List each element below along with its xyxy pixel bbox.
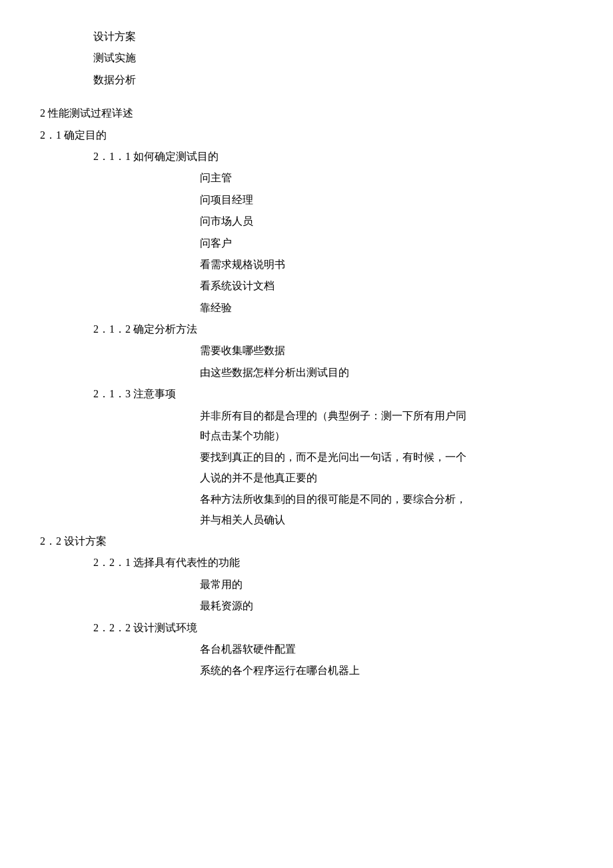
item-text: 最常用的: [200, 575, 573, 595]
document-content: 设计方案 测试实施 数据分析 2 性能测试过程详述 2．1 确定目的 2．1．1…: [40, 27, 573, 681]
item-text: 由这些数据怎样分析出测试目的: [200, 363, 573, 383]
list-item: 问市场人员: [40, 211, 573, 231]
list-item: 由这些数据怎样分析出测试目的: [40, 363, 573, 383]
section-2-2-2-items: 各台机器软硬件配置 系统的各个程序运行在哪台机器上: [40, 639, 573, 681]
item-text: 看需求规格说明书: [200, 255, 573, 275]
list-item: 靠经验: [40, 298, 573, 318]
list-item: 系统的各个程序运行在哪台机器上: [40, 661, 573, 681]
item-text: 需要收集哪些数据: [200, 341, 573, 361]
item-text: 数据分析: [93, 70, 573, 90]
list-item: 问客户: [40, 233, 573, 253]
item-text: 问客户: [200, 233, 573, 253]
heading-text: 2．2．1 选择具有代表性的功能: [93, 553, 573, 573]
section-2-1-1-items: 问主管 问项目经理 问市场人员 问客户 看需求规格说明书 看系统设计文档 靠经验: [40, 168, 573, 318]
list-item: 测试实施: [40, 48, 573, 68]
list-item: 数据分析: [40, 70, 573, 90]
section-2-1-2-heading: 2．1．2 确定分析方法: [40, 319, 573, 339]
list-item: 各种方法所收集到的目的很可能是不同的，要综合分析， 并与相关人员确认: [40, 489, 573, 530]
list-item: 要找到真正的目的，而不是光问出一句话，有时候，一个 人说的并不是他真正要的: [40, 447, 573, 488]
item-text-cont: 并与相关人员确认: [200, 510, 573, 530]
list-item: 最常用的: [40, 575, 573, 595]
spacer: [40, 91, 573, 103]
heading-text: 2 性能测试过程详述: [40, 103, 573, 123]
list-item: 看系统设计文档: [40, 276, 573, 296]
heading-text: 2．2．2 设计测试环境: [93, 618, 573, 638]
item-text: 问市场人员: [200, 211, 573, 231]
section-2-heading: 2 性能测试过程详述: [40, 103, 573, 123]
section-2-2-2-heading: 2．2．2 设计测试环境: [40, 618, 573, 638]
section-2-1-3-heading: 2．1．3 注意事项: [40, 384, 573, 404]
item-text: 要找到真正的目的，而不是光问出一句话，有时候，一个: [200, 447, 573, 467]
list-item: 需要收集哪些数据: [40, 341, 573, 361]
heading-text: 2．1．3 注意事项: [93, 384, 573, 404]
list-item: 设计方案: [40, 27, 573, 47]
heading-text: 2．2 设计方案: [40, 531, 573, 551]
list-item: 问主管: [40, 168, 573, 188]
item-text-cont: 人说的并不是他真正要的: [200, 468, 573, 488]
item-text: 问主管: [200, 168, 573, 188]
list-item: 最耗资源的: [40, 596, 573, 616]
heading-text: 2．1．2 确定分析方法: [93, 319, 573, 339]
top-bullets-section: 设计方案 测试实施 数据分析: [40, 27, 573, 90]
list-item: 各台机器软硬件配置: [40, 639, 573, 659]
item-text: 各种方法所收集到的目的很可能是不同的，要综合分析，: [200, 489, 573, 509]
section-2-2-heading: 2．2 设计方案: [40, 531, 573, 551]
heading-text: 2．1 确定目的: [40, 125, 573, 145]
item-text-cont: 时点击某个功能）: [200, 426, 573, 446]
item-text: 各台机器软硬件配置: [200, 639, 573, 659]
section-2-1-1-heading: 2．1．1 如何确定测试目的: [40, 147, 573, 167]
item-text: 问项目经理: [200, 190, 573, 210]
item-text: 最耗资源的: [200, 596, 573, 616]
list-item: 并非所有目的都是合理的（典型例子：测一下所有用户同 时点击某个功能）: [40, 406, 573, 447]
item-text: 系统的各个程序运行在哪台机器上: [200, 661, 573, 681]
item-text: 并非所有目的都是合理的（典型例子：测一下所有用户同: [200, 406, 573, 426]
list-item: 看需求规格说明书: [40, 255, 573, 275]
list-item: 问项目经理: [40, 190, 573, 210]
heading-text: 2．1．1 如何确定测试目的: [93, 147, 573, 167]
section-2-1-2-items: 需要收集哪些数据 由这些数据怎样分析出测试目的: [40, 341, 573, 383]
section-2-2-1-heading: 2．2．1 选择具有代表性的功能: [40, 553, 573, 573]
section-2-1-3-items: 并非所有目的都是合理的（典型例子：测一下所有用户同 时点击某个功能） 要找到真正…: [40, 406, 573, 530]
item-text: 看系统设计文档: [200, 276, 573, 296]
item-text: 测试实施: [93, 48, 573, 68]
item-text: 靠经验: [200, 298, 573, 318]
item-text: 设计方案: [93, 27, 573, 47]
section-2-2-1-items: 最常用的 最耗资源的: [40, 575, 573, 617]
section-2-1-heading: 2．1 确定目的: [40, 125, 573, 145]
